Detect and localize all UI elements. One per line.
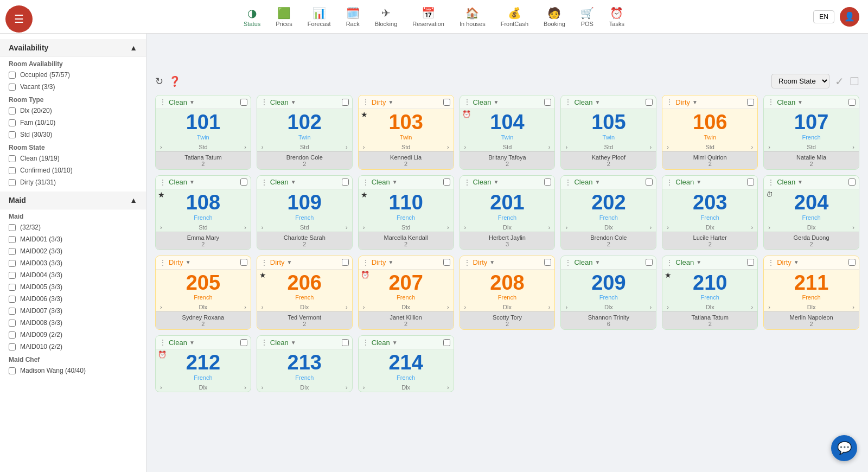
prev-btn-104[interactable]: › <box>463 144 468 150</box>
dots-menu-209[interactable]: ⋮ <box>564 258 572 267</box>
next-btn-213[interactable]: › <box>344 384 349 391</box>
state-dropdown-206[interactable]: ▼ <box>287 259 292 265</box>
maid010-checkbox[interactable] <box>9 343 16 350</box>
prev-btn-203[interactable]: › <box>666 224 670 231</box>
dots-menu-205[interactable]: ⋮ <box>159 258 167 267</box>
maid003-checkbox[interactable] <box>9 260 16 267</box>
dots-menu-211[interactable]: ⋮ <box>767 258 775 267</box>
card-checkbox-107[interactable] <box>848 99 856 106</box>
dots-menu-107[interactable]: ⋮ <box>767 98 775 106</box>
dlx-checkbox[interactable] <box>9 107 16 114</box>
prev-btn-214[interactable]: › <box>362 384 366 391</box>
prev-btn-101[interactable]: › <box>159 144 163 150</box>
prev-btn-110[interactable]: › <box>362 224 366 231</box>
next-btn-101[interactable]: › <box>243 144 247 150</box>
prev-btn-103[interactable]: › <box>362 144 366 150</box>
room-card-102[interactable]: ⋮ Clean ▼ 102 Twin › Std › Brendon Cole … <box>257 95 353 170</box>
room-card-203[interactable]: ⋮ Clean ▼ 203 French › Dlx › Lucile Hart… <box>662 175 758 250</box>
sidebar-fam[interactable]: Fam (10/10) <box>0 117 146 129</box>
prev-btn-107[interactable]: › <box>767 144 771 150</box>
sidebar-maid004[interactable]: MAID004 (3/3) <box>0 269 146 281</box>
nav-forecast[interactable]: 📊 Forecast <box>302 4 336 29</box>
card-checkbox-214[interactable] <box>443 339 450 346</box>
prev-btn-209[interactable]: › <box>564 304 569 310</box>
prev-btn-206[interactable]: › <box>260 304 265 310</box>
dots-menu-110[interactable]: ⋮ <box>362 178 369 187</box>
sidebar-vacant[interactable]: Vacant (3/3) <box>0 81 146 93</box>
maid008-checkbox[interactable] <box>9 320 16 327</box>
card-checkbox-204[interactable] <box>848 178 856 186</box>
card-checkbox-103[interactable] <box>443 99 450 106</box>
room-card-206[interactable]: ⋮ Dirty ▼ ★ 206 French › Dlx › Ted Vermo… <box>257 256 353 330</box>
sidebar-occupied[interactable]: Occupied (57/57) <box>0 69 146 81</box>
next-btn-202[interactable]: › <box>649 224 653 231</box>
sidebar-maid006[interactable]: MAID006 (3/3) <box>0 293 146 305</box>
card-checkbox-211[interactable] <box>848 259 856 266</box>
state-dropdown-103[interactable]: ▼ <box>388 99 393 105</box>
state-dropdown-210[interactable]: ▼ <box>696 259 701 265</box>
state-dropdown-209[interactable]: ▼ <box>595 259 600 265</box>
room-card-104[interactable]: ⋮ Clean ▼ ⏰ 104 Twin › Std › Britany Taf… <box>459 95 556 170</box>
card-checkbox-213[interactable] <box>342 339 349 346</box>
next-btn-212[interactable]: › <box>243 384 247 391</box>
room-card-214[interactable]: ⋮ Clean ▼ 214 French › Dlx › <box>358 335 454 392</box>
maid001-checkbox[interactable] <box>9 236 16 243</box>
card-checkbox-203[interactable] <box>747 178 754 186</box>
state-dropdown-204[interactable]: ▼ <box>797 179 803 185</box>
next-btn-207[interactable]: › <box>446 304 450 310</box>
sidebar-dirty[interactable]: Dirty (31/31) <box>0 176 146 188</box>
availability-header[interactable]: Availability ▲ <box>0 39 146 57</box>
card-checkbox-110[interactable] <box>443 178 450 186</box>
next-btn-106[interactable]: › <box>750 144 754 150</box>
next-btn-108[interactable]: › <box>243 224 247 231</box>
state-dropdown-213[interactable]: ▼ <box>291 340 296 346</box>
card-checkbox-205[interactable] <box>240 259 247 266</box>
maid005-checkbox[interactable] <box>9 284 16 291</box>
nav-booking[interactable]: 🧑 Booking <box>538 4 571 29</box>
sidebar-dlx[interactable]: Dlx (20/20) <box>0 105 146 117</box>
lang-button[interactable]: EN <box>813 10 834 23</box>
room-card-212[interactable]: ⋮ Clean ▼ ⏰ 212 French › Dlx › <box>155 335 251 392</box>
next-btn-110[interactable]: › <box>446 224 450 231</box>
room-card-106[interactable]: ⋮ Dirty ▼ 106 Twin › Std › Mimi Quirion … <box>662 95 758 170</box>
state-dropdown-207[interactable]: ▼ <box>388 259 393 265</box>
nav-frontcash[interactable]: 💰 FrontCash <box>495 4 534 29</box>
prev-btn-105[interactable]: › <box>564 144 569 150</box>
maid002-checkbox[interactable] <box>9 248 16 255</box>
card-checkbox-208[interactable] <box>544 259 551 266</box>
dots-menu-207[interactable]: ⋮ <box>362 258 369 267</box>
sidebar-confirmed[interactable]: Confirmed (10/10) <box>0 164 146 176</box>
dots-menu-202[interactable]: ⋮ <box>564 178 572 187</box>
sidebar-clean[interactable]: Clean (19/19) <box>0 152 146 164</box>
fam-checkbox[interactable] <box>9 119 16 126</box>
user-avatar[interactable]: 👤 <box>840 7 859 27</box>
dots-menu-102[interactable]: ⋮ <box>260 98 268 106</box>
card-checkbox-212[interactable] <box>240 339 247 346</box>
card-checkbox-201[interactable] <box>544 178 551 186</box>
maid007-checkbox[interactable] <box>9 308 16 315</box>
next-btn-205[interactable]: › <box>243 304 247 310</box>
state-dropdown-107[interactable]: ▼ <box>797 99 803 105</box>
card-checkbox-207[interactable] <box>443 259 450 266</box>
card-checkbox-101[interactable] <box>240 99 247 106</box>
nav-rack[interactable]: 🗓️ Rack <box>341 4 365 29</box>
nav-pos[interactable]: 🛒 POS <box>575 4 599 29</box>
room-card-211[interactable]: ⋮ Dirty ▼ 211 French › Dlx › Merlin Napo… <box>763 256 859 330</box>
sidebar-maid009[interactable]: MAID009 (2/2) <box>0 329 146 341</box>
dots-menu-105[interactable]: ⋮ <box>564 98 572 106</box>
prev-btn-108[interactable]: › <box>159 224 163 231</box>
dots-menu-103[interactable]: ⋮ <box>362 98 369 106</box>
next-btn-203[interactable]: › <box>750 224 754 231</box>
chat-button[interactable]: 💬 <box>831 435 857 461</box>
maid-collapse-icon[interactable]: ▲ <box>130 196 137 205</box>
check-all-icon[interactable]: ✓ <box>835 75 844 88</box>
dots-menu-201[interactable]: ⋮ <box>463 178 471 187</box>
next-btn-103[interactable]: › <box>446 144 450 150</box>
maid-header[interactable]: Maid ▲ <box>0 192 146 209</box>
card-checkbox-102[interactable] <box>342 99 349 106</box>
nav-tasks[interactable]: ⏰ Tasks <box>604 4 630 29</box>
room-card-110[interactable]: ⋮ Clean ▼ ★ 110 French › Std › Marcella … <box>358 175 454 250</box>
prev-btn-109[interactable]: › <box>260 224 265 231</box>
std-checkbox[interactable] <box>9 131 16 138</box>
state-dropdown-202[interactable]: ▼ <box>595 179 600 185</box>
